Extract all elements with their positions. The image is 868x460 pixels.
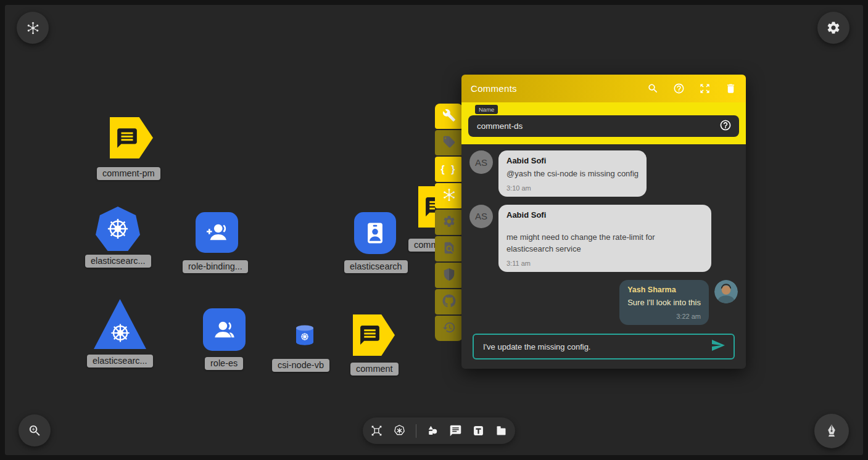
message-text: @yash the csi-node is missing config	[506, 168, 639, 180]
message-list[interactable]: AS Aabid Sofi @yash the csi-node is miss…	[461, 144, 746, 330]
toolbar-github-button[interactable]	[435, 289, 463, 314]
node-comment-pm[interactable]	[110, 117, 153, 158]
kubernetes-wheel-icon	[109, 321, 132, 345]
gear-icon	[442, 215, 456, 231]
message-author: Aabid Sofi	[506, 210, 703, 220]
comment-icon	[358, 324, 381, 347]
avatar: AS	[469, 150, 493, 174]
node-csi-node-vb[interactable]	[294, 324, 316, 347]
chat-message: AS Aabid Sofi @yash the csi-node is miss…	[469, 150, 738, 197]
file-search-icon	[442, 241, 456, 257]
node-role-binding[interactable]	[196, 212, 238, 253]
message-author: Yash Sharma	[627, 285, 701, 294]
panel-title: Comments	[471, 83, 647, 94]
message-bubble: Aabid Sofi @yash the csi-node is missing…	[498, 150, 647, 197]
toolbar-history-button[interactable]	[435, 316, 463, 341]
node-label: elasticsearc...	[87, 355, 153, 368]
toolbar-kubernetes-button[interactable]	[435, 183, 463, 208]
node-elasticsearch[interactable]	[354, 212, 396, 254]
message-time: 3:10 am	[506, 184, 639, 192]
history-icon	[442, 321, 456, 337]
badge-icon	[362, 220, 389, 247]
search-icon[interactable]	[647, 83, 659, 94]
kubernetes-icon	[393, 424, 406, 437]
toolbar-file-search-button[interactable]	[435, 236, 463, 261]
composer-area	[461, 330, 746, 369]
node-label: elasticsearch	[344, 260, 408, 273]
kubernetes-hub-icon	[27, 22, 39, 35]
message-bubble: Aabid Sofi me might need to change the r…	[498, 205, 711, 272]
message-author: Aabid Sofi	[506, 156, 639, 165]
node-label: csi-node-vb	[272, 359, 329, 372]
message-text: me might need to change the rate-limit f…	[506, 231, 703, 255]
people-icon	[212, 317, 238, 343]
node-elasticsearch-triangle[interactable]	[94, 299, 146, 349]
message-time: 3:22 am	[627, 313, 701, 320]
comment-tool-button[interactable]	[449, 424, 462, 437]
node-label: comment-pm	[97, 167, 160, 180]
person-add-icon	[204, 220, 230, 245]
ink-pen-button[interactable]	[814, 414, 849, 448]
comments-panel-header[interactable]: Comments	[461, 75, 746, 102]
text-tool-button[interactable]	[472, 424, 485, 437]
toolbar-tag-button[interactable]	[435, 130, 463, 155]
zoom-button[interactable]	[19, 414, 51, 446]
text-icon	[472, 424, 485, 437]
name-field-label: Name	[475, 105, 498, 114]
kubernetes-hub-icon	[442, 188, 456, 204]
comment-icon	[449, 424, 462, 437]
name-field-section: Name	[461, 102, 746, 144]
zoom-in-icon	[28, 424, 42, 438]
comment-icon	[115, 126, 139, 150]
cylinder-volume-icon	[294, 324, 316, 347]
node-label: role-es	[205, 357, 243, 370]
node-action-toolbar: { }	[435, 104, 463, 341]
send-icon[interactable]	[711, 338, 725, 355]
node-comment[interactable]	[353, 314, 395, 356]
message-bubble: Yash Sharma Sure I'll look into this 3:2…	[619, 280, 709, 326]
wrench-icon	[442, 109, 456, 125]
shapes-icon	[426, 424, 439, 437]
app-menu-button[interactable]	[17, 12, 49, 44]
kubernetes-wheel-icon	[105, 216, 131, 242]
help-icon[interactable]	[719, 119, 732, 134]
toolbar-divider	[416, 424, 416, 438]
node-label: role-binding...	[183, 260, 248, 273]
delete-icon[interactable]	[725, 83, 737, 94]
name-input[interactable]	[476, 121, 719, 131]
comments-panel: Comments Name AS Aabid Sofi @yash the cs…	[461, 75, 746, 369]
avatar: AS	[469, 205, 493, 228]
message-text: Sure I'll look into this	[627, 297, 701, 309]
comment-input[interactable]	[482, 342, 711, 352]
node-elasticsearch-heptagon[interactable]	[96, 207, 140, 251]
kubernetes-tool-button[interactable]	[393, 424, 406, 437]
toolbar-settings-button[interactable]	[435, 210, 463, 235]
settings-button[interactable]	[817, 12, 849, 44]
design-canvas[interactable]: comment-pm elasticsearc...	[5, 5, 863, 455]
node-label: elasticsearc...	[85, 255, 151, 268]
media-tool-button[interactable]	[495, 424, 508, 437]
message-time: 3:11 am	[506, 260, 703, 267]
chat-message: Yash Sharma Sure I'll look into this 3:2…	[469, 280, 738, 326]
node-label: comment	[350, 363, 399, 376]
toolbar-wrench-button[interactable]	[435, 104, 463, 129]
toolbar-shield-button[interactable]	[435, 263, 463, 288]
shapes-tool-button[interactable]	[426, 424, 439, 437]
shield-icon	[442, 268, 456, 284]
chat-message: AS Aabid Sofi me might need to change th…	[469, 205, 738, 272]
github-icon	[442, 294, 456, 310]
infrastructure-icon	[370, 424, 383, 437]
braces-icon: { }	[441, 164, 457, 175]
toolbar-braces-button[interactable]: { }	[435, 157, 463, 182]
avatar-photo	[714, 280, 738, 303]
node-role-es[interactable]	[203, 308, 246, 351]
expand-icon[interactable]	[699, 83, 711, 94]
pen-nib-icon	[824, 423, 840, 439]
gear-icon	[826, 20, 841, 35]
shape-tools-toolbar	[363, 417, 515, 444]
media-icon	[495, 424, 508, 437]
infrastructure-tool-button[interactable]	[370, 424, 383, 437]
help-icon[interactable]	[673, 83, 685, 94]
tag-icon	[442, 135, 456, 151]
